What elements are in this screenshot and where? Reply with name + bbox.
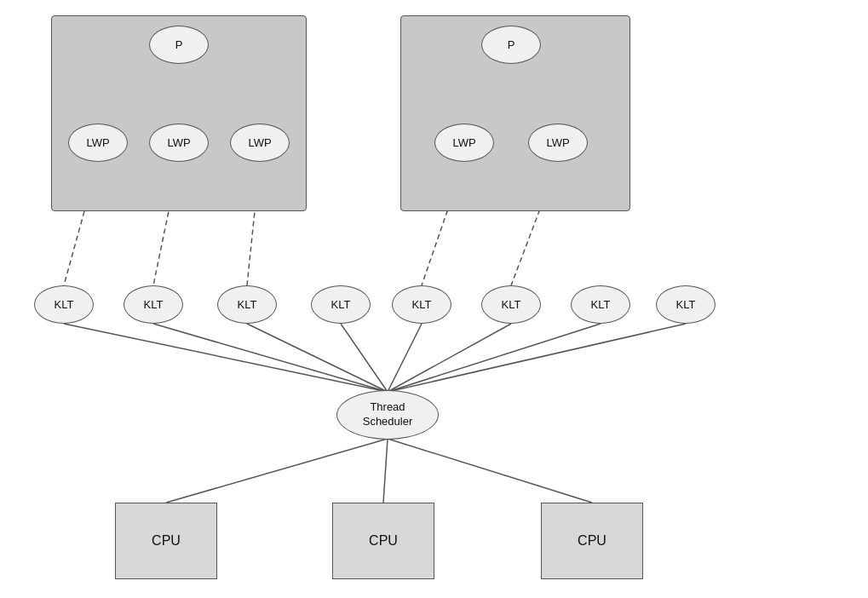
klt-8: KLT [656,285,716,324]
svg-line-19 [383,439,388,503]
process-right: P [481,26,541,64]
klt-4: KLT [311,285,371,324]
cpu-2: CPU [332,503,434,579]
klt-3: KLT [217,285,277,324]
svg-line-10 [64,324,388,392]
lwp-right-2: LWP [528,124,588,162]
thread-scheduler: Thread Scheduler [336,390,439,440]
svg-line-12 [247,324,388,392]
svg-line-14 [388,324,422,392]
process-left: P [149,26,209,64]
klt-2: KLT [124,285,183,324]
svg-line-13 [341,324,388,392]
klt-6: KLT [481,285,541,324]
cpu-3: CPU [541,503,643,579]
svg-line-17 [388,324,686,392]
lwp-left-2: LWP [149,124,209,162]
svg-line-15 [388,324,511,392]
klt-7: KLT [571,285,630,324]
svg-line-20 [388,439,592,503]
lwp-right-1: LWP [434,124,494,162]
lwp-left-3: LWP [230,124,290,162]
svg-line-11 [153,324,388,392]
svg-line-16 [388,324,601,392]
klt-1: KLT [34,285,94,324]
lwp-left-1: LWP [68,124,128,162]
diagram: P P LWP LWP LWP LWP LWP KLT KLT KLT KLT … [0,0,868,598]
klt-5: KLT [392,285,451,324]
cpu-1: CPU [115,503,217,579]
svg-line-18 [166,439,388,503]
